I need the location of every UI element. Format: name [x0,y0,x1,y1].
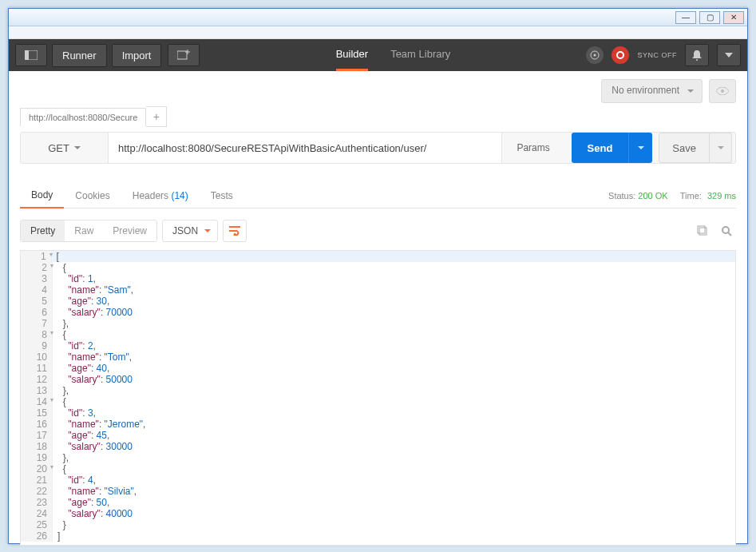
code-line: 17 "age": 45, [21,430,735,441]
response-body-editor[interactable]: 1[2 {3 "id": 1,4 "name": "Sam",5 "age": … [20,250,736,546]
svg-rect-1 [25,50,29,60]
runner-button[interactable]: Runner [52,44,107,67]
new-tab-button[interactable] [168,44,200,66]
settings-dropdown-button[interactable] [717,44,741,66]
add-request-tab-button[interactable]: + [146,106,167,127]
response-tab-headers[interactable]: Headers (14) [121,184,200,208]
code-line: 19 }, [21,452,735,463]
svg-point-8 [696,59,698,61]
body-view-mode: Pretty Raw Preview [20,220,157,242]
request-row: GET Params Send Save [20,132,736,164]
headers-count: (14) [171,190,188,201]
svg-point-6 [594,54,596,57]
code-line: 24 "salary": 40000 [21,508,735,519]
response-status: Status: 200 OK Time: 329 ms [608,191,736,201]
code-line: 25 } [21,519,735,530]
search-response-button[interactable] [717,221,736,240]
code-line: 11 "age": 40, [21,363,735,374]
window-close-button[interactable]: ✕ [723,11,744,24]
interceptor-icon[interactable] [586,46,604,64]
code-line: 6 "salary": 70000 [21,307,735,318]
svg-point-14 [722,227,729,233]
sync-status-label: SYNC OFF [637,51,677,59]
code-line: 21 "id": 4, [21,475,735,486]
request-tab[interactable]: http://localhost:8080/Secure [20,108,146,126]
http-method-label: GET [48,142,69,154]
svg-line-15 [728,232,731,236]
copy-response-button[interactable] [693,221,712,240]
save-button[interactable]: Save [659,133,710,163]
code-line: 5 "age": 30, [21,296,735,307]
code-line: 23 "age": 50, [21,497,735,508]
code-line: 18 "salary": 30000 [21,441,735,452]
response-tabs: Body Cookies Headers (14) Tests Status: … [20,183,736,208]
response-time: 329 ms [707,191,736,201]
code-line: 14 { [21,396,735,407]
svg-rect-13 [698,226,705,233]
environment-preview-button[interactable] [709,79,736,103]
params-button[interactable]: Params [501,133,565,163]
response-tab-tests[interactable]: Tests [200,184,244,208]
environment-select[interactable]: No environment [601,79,703,103]
window-menubar [9,26,747,39]
status-code: 200 OK [638,191,667,201]
tab-team-library[interactable]: Team Library [390,39,450,71]
code-line: 22 "name": "Silvia", [21,486,735,497]
code-line: 4 "name": "Sam", [21,284,735,296]
code-line: 10 "name": "Tom", [21,351,735,363]
window-maximize-button[interactable]: ▢ [699,11,720,24]
tab-builder[interactable]: Builder [336,39,368,71]
view-pretty-button[interactable]: Pretty [21,220,65,241]
window-titlebar: — ▢ ✕ [9,9,747,26]
svg-point-9 [721,89,724,93]
toggle-sidebar-button[interactable] [15,44,47,66]
sync-status-icon[interactable] [612,46,629,64]
code-line: 3 "id": 1, [21,273,735,284]
send-button[interactable]: Send [572,133,629,163]
http-method-select[interactable]: GET [21,133,109,163]
code-line: 2 { [21,262,735,273]
import-button[interactable]: Import [112,44,162,67]
code-line: 12 "salary": 50000 [21,374,735,385]
save-dropdown-button[interactable] [710,133,732,163]
response-tab-cookies[interactable]: Cookies [64,184,121,208]
code-line: 26] [21,530,735,542]
headers-label: Headers [133,190,168,201]
code-line: 20 { [21,463,735,475]
code-line: 1[ [21,251,735,262]
line-wrap-button[interactable] [223,220,247,242]
view-raw-button[interactable]: Raw [65,220,103,241]
code-line: 7 }, [21,318,735,329]
code-line: 13 }, [21,385,735,396]
url-input[interactable] [109,133,501,163]
code-line: 8 { [21,329,735,340]
app-topbar: Runner Import Builder Team Library SYNC … [9,39,747,71]
svg-point-7 [617,52,623,58]
code-line: 16 "name": "Jerome", [21,419,735,430]
code-line: 9 "id": 2, [21,340,735,351]
notifications-button[interactable] [685,44,709,66]
body-format-select[interactable]: JSON [162,220,218,242]
window-minimize-button[interactable]: — [675,11,696,24]
code-line: 15 "id": 3, [21,407,735,419]
chevron-down-icon [74,146,81,153]
svg-rect-12 [699,228,707,235]
app-window: — ▢ ✕ Runner Import Builder Team Library… [8,8,748,544]
send-dropdown-button[interactable] [628,133,652,163]
response-tab-body[interactable]: Body [20,183,64,208]
view-preview-button[interactable]: Preview [103,220,156,241]
